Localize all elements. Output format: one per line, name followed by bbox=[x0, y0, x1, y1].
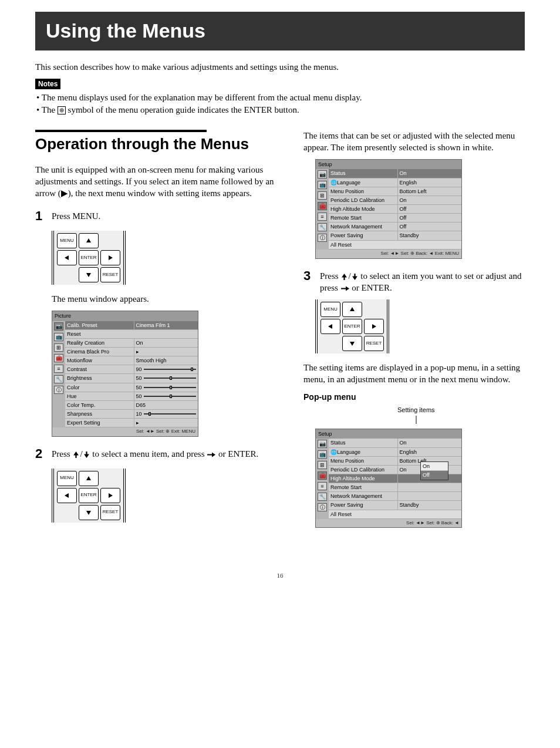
remote-up-button[interactable] bbox=[79, 233, 99, 248]
svg-marker-11 bbox=[342, 274, 348, 280]
svg-marker-15 bbox=[328, 324, 332, 329]
osd-row[interactable]: Power SavingStandby bbox=[329, 501, 461, 510]
osd-row[interactable]: Expert Setting▸ bbox=[65, 419, 198, 427]
osd-tab-icon[interactable]: 🔧 bbox=[318, 493, 327, 501]
osd-row-label: Contrast bbox=[65, 365, 134, 373]
osd-row[interactable]: MotionflowSmooth High bbox=[65, 356, 198, 365]
osd-tab-icon[interactable]: 📺 bbox=[318, 181, 327, 189]
remote-reset-button[interactable]: RESET bbox=[100, 505, 120, 520]
remote-reset-button[interactable]: RESET bbox=[100, 267, 120, 282]
osd-row[interactable]: Contrast90 bbox=[65, 365, 198, 374]
remote-figure: MENU ENTER RESET bbox=[52, 469, 280, 523]
osd-tab-icon[interactable]: 🔧 bbox=[318, 223, 327, 231]
osd-row[interactable]: 🌐LanguageEnglish bbox=[329, 448, 461, 457]
remote-reset-button[interactable]: RESET bbox=[364, 336, 384, 351]
osd-tab-icon[interactable]: ⊞ bbox=[318, 461, 327, 469]
remote-menu-button[interactable]: MENU bbox=[321, 302, 340, 317]
osd-tab-icon[interactable]: ≡ bbox=[318, 482, 327, 490]
osd-tab-icon[interactable]: 📷 bbox=[54, 322, 63, 331]
svg-marker-14 bbox=[350, 307, 355, 311]
osd-row-label: Expert Setting bbox=[65, 419, 134, 427]
remote-down-button[interactable] bbox=[79, 267, 99, 282]
section-rule bbox=[35, 130, 207, 132]
svg-marker-3 bbox=[86, 273, 91, 277]
osd-row[interactable]: Brightness50 bbox=[65, 374, 198, 383]
remote-right-button[interactable] bbox=[100, 250, 120, 265]
osd-row[interactable]: Network Management bbox=[329, 492, 461, 501]
osd-row-value: Standby bbox=[398, 501, 461, 509]
remote-left-button[interactable] bbox=[321, 319, 340, 334]
popup-option[interactable]: Off bbox=[421, 471, 448, 479]
osd-row[interactable]: Power SavingStandby bbox=[329, 231, 461, 240]
remote-up-button[interactable] bbox=[79, 471, 99, 486]
osd-tab-icon[interactable]: 📺 bbox=[54, 333, 63, 341]
osd-row[interactable]: Reality CreationOn bbox=[65, 339, 198, 348]
osd-row[interactable]: All Reset bbox=[329, 241, 461, 250]
osd-tab-icon[interactable]: 📷 bbox=[318, 170, 327, 178]
osd-title: Picture bbox=[52, 311, 198, 321]
up-arrow-icon bbox=[73, 452, 79, 458]
remote-right-button[interactable] bbox=[364, 319, 384, 334]
remote-menu-button[interactable]: MENU bbox=[57, 233, 77, 248]
pointer-line-icon bbox=[303, 416, 529, 424]
osd-row[interactable]: Menu PositionBottom Left bbox=[329, 187, 461, 196]
osd-row[interactable]: Color50 bbox=[65, 383, 198, 392]
osd-table: StatusOn🌐LanguageEnglishMenu PositionBot… bbox=[329, 169, 461, 249]
remote-enter-button[interactable]: ENTER bbox=[342, 319, 362, 334]
osd-row[interactable]: Sharpness10 bbox=[65, 410, 198, 419]
osd-tab-icon[interactable]: ≡ bbox=[318, 213, 327, 221]
osd-tab-icon[interactable]: 🔧 bbox=[54, 375, 63, 383]
osd-row-value: 90 bbox=[134, 365, 198, 373]
popup-option[interactable]: On bbox=[421, 462, 448, 471]
osd-row-label: Color Temp. bbox=[65, 401, 134, 409]
osd-row[interactable]: StatusOn bbox=[329, 439, 461, 447]
osd-row-label: Color bbox=[65, 383, 134, 392]
osd-row[interactable]: Calib. PresetCinema Film 1 bbox=[65, 321, 198, 330]
osd-tab-icon[interactable]: 🧰 bbox=[54, 354, 63, 362]
osd-tab-icon[interactable]: ≡ bbox=[54, 365, 63, 373]
osd-row[interactable]: Remote StartOff bbox=[329, 214, 461, 223]
osd-tab-icon[interactable]: ⊞ bbox=[318, 191, 327, 200]
remote-left-button[interactable] bbox=[57, 488, 77, 503]
down-arrow-icon bbox=[83, 452, 90, 458]
osd-row[interactable]: Periodic LD CalibrationOn bbox=[329, 196, 461, 205]
osd-row-label: Reset bbox=[65, 330, 198, 338]
osd-row-value: On bbox=[398, 196, 461, 204]
osd-row[interactable]: 🌐LanguageEnglish bbox=[329, 178, 461, 187]
osd-row[interactable]: StatusOn bbox=[329, 169, 461, 178]
osd-footer: Sel: ◄► Set: ⊕ Back: ◄ Exit: MENU bbox=[316, 250, 461, 258]
remote-right-button[interactable] bbox=[100, 488, 120, 503]
remote-down-button[interactable] bbox=[79, 505, 99, 520]
osd-row-label: Menu Position bbox=[329, 187, 398, 196]
osd-row[interactable]: High Altitude ModeOff bbox=[329, 205, 461, 214]
osd-tab-icon[interactable]: 🧰 bbox=[318, 202, 327, 210]
notes-tag: Notes bbox=[35, 79, 60, 89]
osd-tab-icon[interactable]: ⊞ bbox=[54, 343, 63, 352]
osd-row[interactable]: Network ManagementOff bbox=[329, 223, 461, 231]
osd-tab-icon[interactable]: ⓘ bbox=[318, 503, 327, 511]
osd-sidebar-icons: 📷 📺 ⊞ 🧰 ≡ 🔧 ⓘ bbox=[52, 321, 65, 428]
osd-tab-icon[interactable]: 📷 bbox=[318, 440, 327, 448]
remote-down-button[interactable] bbox=[342, 336, 362, 351]
osd-row[interactable]: Reset bbox=[65, 330, 198, 339]
osd-row[interactable]: Color Temp.D65 bbox=[65, 401, 198, 410]
osd-row[interactable]: Cinema Black Pro▸ bbox=[65, 348, 198, 356]
osd-row[interactable]: Remote Start bbox=[329, 483, 461, 492]
up-arrow-icon bbox=[341, 274, 348, 280]
remote-up-button[interactable] bbox=[342, 302, 362, 317]
remote-enter-button[interactable]: ENTER bbox=[79, 488, 99, 503]
step-text: Press / to select a menu item, and press… bbox=[52, 445, 280, 460]
osd-tab-icon[interactable]: 📺 bbox=[318, 450, 327, 459]
osd-row-label: High Altitude Mode bbox=[329, 474, 398, 483]
remote-menu-button[interactable]: MENU bbox=[57, 471, 77, 486]
osd-tab-icon[interactable]: 🧰 bbox=[318, 471, 327, 480]
osd-row[interactable]: All Reset bbox=[329, 510, 461, 519]
osd-tab-icon[interactable]: ⓘ bbox=[318, 234, 327, 242]
remote-left-button[interactable] bbox=[57, 250, 77, 265]
osd-row[interactable]: Hue50 bbox=[65, 392, 198, 401]
remote-enter-button[interactable]: ENTER bbox=[79, 250, 99, 265]
osd-row-label: Motionflow bbox=[65, 356, 134, 365]
osd-tab-icon[interactable]: ⓘ bbox=[54, 386, 63, 394]
osd-row-value: ▸ bbox=[134, 348, 198, 356]
osd-table: Calib. PresetCinema Film 1ResetReality C… bbox=[65, 321, 198, 428]
